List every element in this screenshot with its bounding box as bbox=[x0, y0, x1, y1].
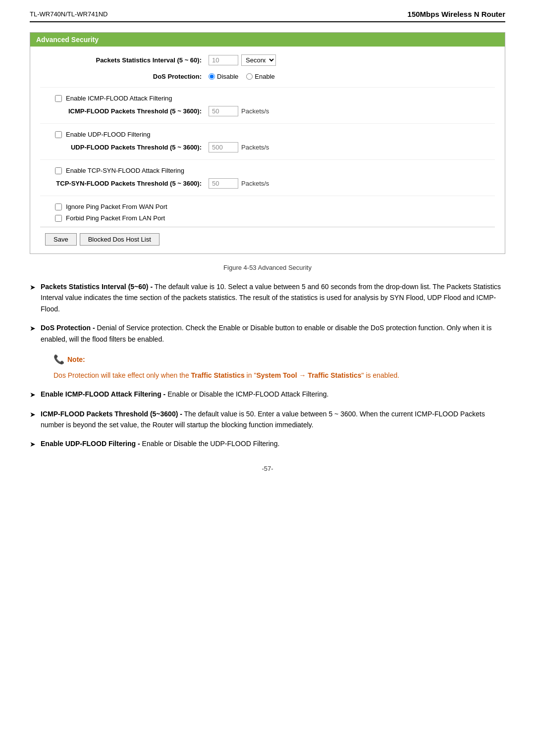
arrow-icon-2: ➤ bbox=[30, 389, 36, 400]
udp-threshold-controls: Packets/s bbox=[209, 142, 269, 152]
udp-threshold-row: UDP-FLOOD Packets Threshold (5 ~ 3600): … bbox=[40, 142, 495, 152]
tcp-checkbox-row: Enable TCP-SYN-FLOOD Attack Filtering bbox=[40, 167, 495, 174]
page-number: -57- bbox=[30, 465, 505, 472]
divider-3 bbox=[40, 159, 495, 160]
icmp-threshold-input[interactable] bbox=[209, 106, 238, 116]
bullet-bold-0: Packets Statistics Interval (5~60) - bbox=[41, 283, 153, 291]
dos-disable-label: Disable bbox=[217, 73, 238, 80]
bullet-content-3: ICMP-FLOOD Packets Threshold (5~3600) - … bbox=[41, 408, 505, 431]
bullet-content-0: Packets Statistics Interval (5~60) - The… bbox=[41, 281, 505, 314]
divider-1 bbox=[40, 87, 495, 88]
udp-threshold-unit: Packets/s bbox=[241, 144, 269, 151]
packets-interval-input[interactable] bbox=[209, 55, 238, 65]
bullet-content-2: Enable ICMP-FLOOD Attack Filtering - Ena… bbox=[41, 389, 505, 400]
ping-lan-label: Forbid Ping Packet From LAN Port bbox=[66, 214, 165, 222]
icmp-checkbox[interactable] bbox=[55, 95, 62, 102]
bullet-bold-3: ICMP-FLOOD Packets Threshold (5~3600) - bbox=[41, 410, 182, 418]
arrow-icon-1: ➤ bbox=[30, 323, 36, 334]
dos-disable-radio[interactable]: Disable bbox=[209, 73, 238, 80]
advanced-security-box: Advanced Security Packets Statistics Int… bbox=[30, 32, 505, 254]
udp-checkbox[interactable] bbox=[55, 131, 62, 138]
dos-enable-label: Enable bbox=[255, 73, 274, 80]
model-label: TL-WR740N/TL-WR741ND bbox=[30, 10, 107, 18]
list-item-1: ➤ DoS Protection - Denial of Service pro… bbox=[30, 322, 505, 345]
divider-4 bbox=[40, 196, 495, 196]
product-label: 150Mbps Wireless N Router bbox=[408, 10, 505, 18]
bullet-text-4: Enable or Disable the UDP-FLOOD Filterin… bbox=[142, 440, 280, 448]
list-item-0: ➤ Packets Statistics Interval (5~60) - T… bbox=[30, 281, 505, 314]
tcp-checkbox-label: Enable TCP-SYN-FLOOD Attack Filtering bbox=[66, 167, 184, 174]
ping-lan-checkbox[interactable] bbox=[55, 215, 62, 222]
bullet-text-1: Denial of Service protection. Check the … bbox=[41, 324, 491, 343]
tcp-threshold-unit: Packets/s bbox=[241, 180, 269, 187]
bullet-text-2: Enable or Disable the ICMP-FLOOD Attack … bbox=[167, 390, 328, 398]
blocked-list-button[interactable]: Blocked Dos Host List bbox=[80, 233, 160, 246]
icmp-threshold-unit: Packets/s bbox=[241, 107, 269, 115]
arrow-icon-4: ➤ bbox=[30, 439, 36, 450]
figure-caption: Figure 4-53 Advanced Security bbox=[30, 264, 505, 271]
button-row: Save Blocked Dos Host List bbox=[40, 227, 495, 246]
ping-wan-label: Ignore Ping Packet From WAN Port bbox=[66, 203, 167, 210]
packets-interval-controls: Seconds Seconds bbox=[209, 54, 276, 66]
bullet-bold-2: Enable ICMP-FLOOD Attack Filtering - bbox=[41, 390, 165, 398]
page-header: TL-WR740N/TL-WR741ND 150Mbps Wireless N … bbox=[30, 10, 505, 22]
bullet-bold-4: Enable UDP-FLOOD Filtering - bbox=[41, 440, 140, 448]
dos-protection-row: DoS Protection: Disable Enable bbox=[40, 73, 495, 80]
packets-interval-select[interactable]: Seconds bbox=[241, 54, 276, 66]
note-text-before: Dos Protection will take effect only whe… bbox=[54, 371, 191, 379]
dos-disable-input[interactable] bbox=[209, 73, 215, 80]
packets-interval-label: Packets Statistics Interval (5 ~ 60): bbox=[40, 56, 209, 64]
ping-wan-row: Ignore Ping Packet From WAN Port bbox=[40, 203, 495, 210]
list-item-3: ➤ ICMP-FLOOD Packets Threshold (5~3600) … bbox=[30, 408, 505, 431]
udp-threshold-input[interactable] bbox=[209, 142, 238, 152]
advanced-security-body: Packets Statistics Interval (5 ~ 60): Se… bbox=[30, 47, 505, 253]
icmp-checkbox-row: Enable ICMP-FLOOD Attack Filtering bbox=[40, 95, 495, 102]
icmp-checkbox-label: Enable ICMP-FLOOD Attack Filtering bbox=[66, 95, 172, 102]
tcp-threshold-input[interactable] bbox=[209, 178, 238, 189]
tcp-threshold-controls: Packets/s bbox=[209, 178, 269, 189]
divider-2 bbox=[40, 123, 495, 124]
note-label: Note: bbox=[67, 354, 85, 365]
ping-lan-row: Forbid Ping Packet From LAN Port bbox=[40, 214, 495, 222]
dos-enable-input[interactable] bbox=[246, 73, 253, 80]
udp-checkbox-label: Enable UDP-FLOOD Filtering bbox=[66, 131, 151, 138]
note-link1: Traffic Statistics bbox=[191, 371, 245, 379]
bullet-list: ➤ Packets Statistics Interval (5~60) - T… bbox=[30, 281, 505, 450]
udp-checkbox-row: Enable UDP-FLOOD Filtering bbox=[40, 131, 495, 138]
tcp-threshold-row: TCP-SYN-FLOOD Packets Threshold (5 ~ 360… bbox=[40, 178, 495, 189]
list-item-4: ➤ Enable UDP-FLOOD Filtering - Enable or… bbox=[30, 438, 505, 450]
icmp-threshold-row: ICMP-FLOOD Packets Threshold (5 ~ 3600):… bbox=[40, 106, 495, 116]
note-text-middle: in "System Tool → Traffic Statistics" is… bbox=[245, 371, 399, 379]
packets-interval-row: Packets Statistics Interval (5 ~ 60): Se… bbox=[40, 54, 495, 66]
bullet-content-4: Enable UDP-FLOOD Filtering - Enable or D… bbox=[41, 438, 505, 449]
note-header: 📞 Note: bbox=[54, 353, 505, 367]
advanced-security-title: Advanced Security bbox=[30, 33, 505, 47]
ping-wan-checkbox[interactable] bbox=[55, 203, 62, 210]
icmp-threshold-controls: Packets/s bbox=[209, 106, 269, 116]
arrow-icon-3: ➤ bbox=[30, 409, 36, 420]
udp-threshold-label: UDP-FLOOD Packets Threshold (5 ~ 3600): bbox=[40, 144, 209, 151]
dos-protection-controls: Disable Enable bbox=[209, 73, 275, 80]
icmp-threshold-label: ICMP-FLOOD Packets Threshold (5 ~ 3600): bbox=[40, 107, 209, 115]
note-system-tool: System Tool → Traffic Statistics bbox=[256, 371, 361, 379]
bullet-content-1: DoS Protection - Denial of Service prote… bbox=[41, 322, 505, 345]
note-text: Dos Protection will take effect only whe… bbox=[54, 370, 505, 381]
dos-protection-label: DoS Protection: bbox=[40, 73, 209, 80]
list-item-2: ➤ Enable ICMP-FLOOD Attack Filtering - E… bbox=[30, 389, 505, 400]
note-item: 📞 Note: Dos Protection will take effect … bbox=[42, 353, 505, 381]
bullet-bold-1: DoS Protection - bbox=[41, 324, 95, 332]
tcp-checkbox[interactable] bbox=[55, 167, 62, 174]
dos-enable-radio[interactable]: Enable bbox=[246, 73, 274, 80]
save-button[interactable]: Save bbox=[45, 233, 77, 246]
note-icon: 📞 bbox=[54, 353, 64, 367]
tcp-threshold-label: TCP-SYN-FLOOD Packets Threshold (5 ~ 360… bbox=[40, 180, 209, 187]
note-block: 📞 Note: Dos Protection will take effect … bbox=[54, 353, 505, 381]
arrow-icon-0: ➤ bbox=[30, 282, 36, 293]
